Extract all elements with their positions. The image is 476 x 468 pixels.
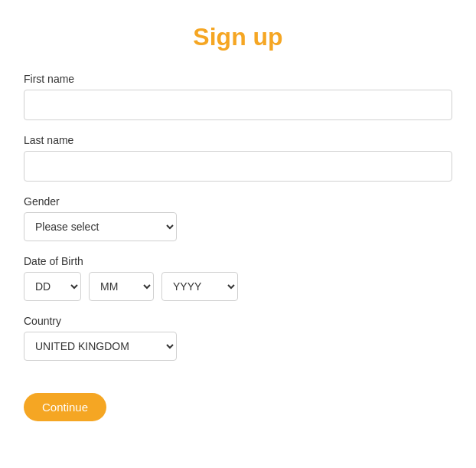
dob-label: Date of Birth xyxy=(24,255,452,267)
signup-form-container: Sign up First name Last name Gender Plea… xyxy=(8,0,468,452)
country-select[interactable]: UNITED KINGDOMUNITED STATESCANADAAUSTRAL… xyxy=(24,332,177,361)
dob-month-select[interactable]: MM010203040506070809101112 xyxy=(89,272,154,301)
dob-day-select[interactable]: DD01020304050607080910111213141516171819… xyxy=(24,272,81,301)
country-label: Country xyxy=(24,315,452,327)
gender-label: Gender xyxy=(24,195,452,208)
first-name-group: First name xyxy=(24,73,452,120)
continue-button[interactable]: Continue xyxy=(24,393,106,421)
last-name-group: Last name xyxy=(24,134,452,182)
first-name-label: First name xyxy=(24,73,452,85)
gender-select[interactable]: Please selectMaleFemaleOtherPrefer not t… xyxy=(24,212,177,241)
dob-row: DD01020304050607080910111213141516171819… xyxy=(24,272,452,301)
page-title: Sign up xyxy=(24,23,452,51)
gender-group: Gender Please selectMaleFemaleOtherPrefe… xyxy=(24,195,452,241)
last-name-input[interactable] xyxy=(24,151,452,182)
dob-group: Date of Birth DD010203040506070809101112… xyxy=(24,255,452,301)
dob-year-select[interactable]: YYYY202620252024202320222021202020192018… xyxy=(161,272,238,301)
last-name-label: Last name xyxy=(24,134,452,146)
country-group: Country UNITED KINGDOMUNITED STATESCANAD… xyxy=(24,315,452,361)
first-name-input[interactable] xyxy=(24,90,452,120)
